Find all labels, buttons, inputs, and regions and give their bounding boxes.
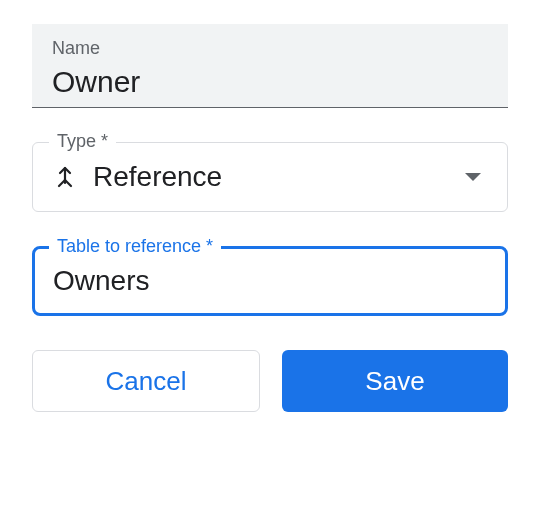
- merge-icon: [53, 165, 77, 189]
- table-reference-label: Table to reference *: [49, 236, 221, 257]
- button-row: Cancel Save: [32, 350, 508, 412]
- type-field[interactable]: Type * Reference: [32, 142, 508, 212]
- type-label: Type *: [49, 131, 116, 152]
- table-reference-field[interactable]: Table to reference * Owners: [32, 246, 508, 316]
- chevron-down-icon: [465, 173, 481, 181]
- save-button[interactable]: Save: [282, 350, 508, 412]
- table-reference-value: Owners: [53, 265, 487, 297]
- name-value: Owner: [52, 65, 488, 99]
- type-value: Reference: [93, 161, 449, 193]
- name-label: Name: [52, 38, 488, 59]
- cancel-button[interactable]: Cancel: [32, 350, 260, 412]
- name-field[interactable]: Name Owner: [32, 24, 508, 108]
